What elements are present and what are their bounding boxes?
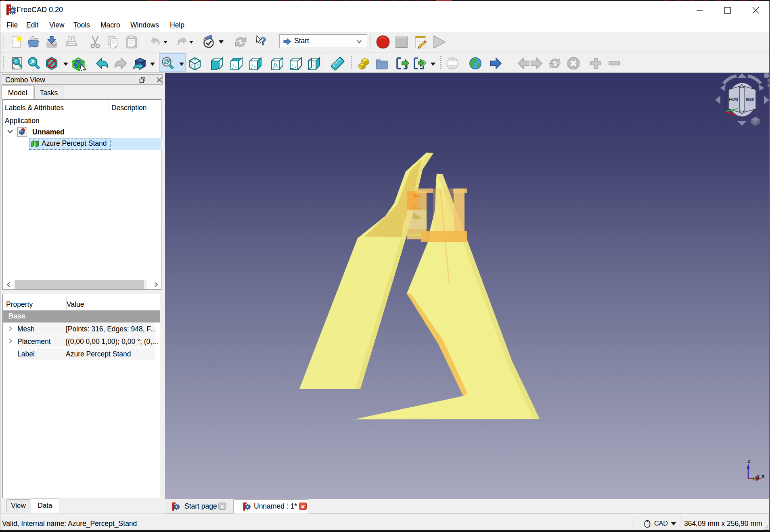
svg-text:Y: Y — [757, 474, 760, 479]
svg-text:FRONT: FRONT — [729, 97, 739, 102]
svg-text:?: ? — [260, 35, 266, 48]
svg-text:RIGHT: RIGHT — [746, 97, 755, 102]
svg-text:Z: Z — [747, 459, 750, 464]
svg-text:X: X — [762, 474, 765, 479]
